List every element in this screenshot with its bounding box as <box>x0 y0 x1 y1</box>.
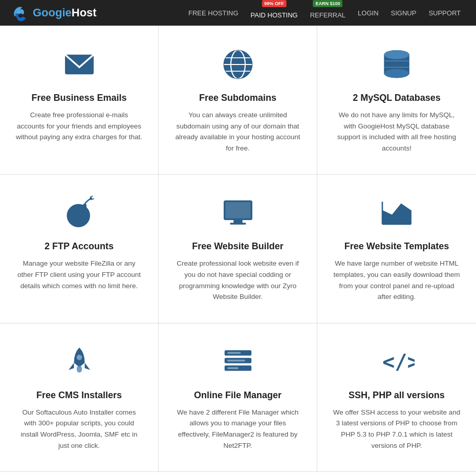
logo[interactable]: GoogieHost <box>10 4 97 22</box>
monitor-icon <box>220 195 256 231</box>
svg-point-35 <box>76 365 82 373</box>
feature-business-emails: Free Business Emails Create free profess… <box>0 26 159 175</box>
feature-title: Free Website Builder <box>192 241 284 252</box>
svg-rect-41 <box>227 367 239 369</box>
feature-title: SSH, PHP all versions <box>349 390 445 401</box>
svg-point-19 <box>384 50 409 59</box>
nav-paid-hosting[interactable]: PAID HOSTING <box>246 8 303 22</box>
feature-title: 2 FTP Accounts <box>45 241 114 252</box>
nav-links: FREE HOSTING 99% OFF PAID HOSTING EARN $… <box>183 4 466 22</box>
nav-free-hosting[interactable]: FREE HOSTING <box>183 6 244 20</box>
feature-desc: We have 2 different File Manager which a… <box>174 407 301 451</box>
email-icon <box>61 47 97 82</box>
feature-title: Free Website Templates <box>344 241 449 252</box>
feature-title: 2 MySQL Databases <box>353 93 441 103</box>
nav-support[interactable]: SUPPORT <box>423 6 466 20</box>
svg-rect-39 <box>227 352 241 354</box>
svg-rect-40 <box>227 359 245 361</box>
feature-title: Free Subdomains <box>199 93 276 103</box>
feature-website-builder: Free Website Builder Create professional… <box>159 175 317 323</box>
files-icon <box>220 344 256 380</box>
svg-point-22 <box>384 69 409 78</box>
svg-line-24 <box>90 196 93 198</box>
feature-cms: Free CMS Installers Our Softaculous Auto… <box>0 323 159 472</box>
feature-desc: Manage your website FileZilla or any oth… <box>15 258 143 291</box>
svg-point-26 <box>67 204 90 228</box>
nav-referral[interactable]: REFERRAL <box>305 8 351 22</box>
svg-rect-27 <box>83 204 86 208</box>
feature-file-manager: Online File Manager We have 2 different … <box>159 323 317 472</box>
feature-desc: Create professional look website even if… <box>174 258 301 302</box>
code-icon: </> <box>379 344 415 380</box>
feature-desc: You can always create unlimited subdomai… <box>174 110 301 154</box>
nav-paid-hosting-wrap: 99% OFF PAID HOSTING <box>246 4 303 22</box>
svg-point-34 <box>76 355 82 360</box>
feature-mysql: 2 MySQL Databases We do not have any lim… <box>317 26 476 175</box>
svg-rect-29 <box>225 202 250 219</box>
svg-rect-31 <box>230 223 246 225</box>
rocket-icon <box>61 344 97 380</box>
nav-login[interactable]: LOGIN <box>353 6 383 20</box>
feature-desc: We do not have any limits for MySQL, wit… <box>333 110 461 154</box>
svg-text:</>: </> <box>382 350 415 374</box>
database-icon <box>379 47 415 82</box>
nav-signup[interactable]: SIGNUP <box>386 6 422 20</box>
feature-desc: We offer SSH access to your website and … <box>333 407 461 451</box>
feature-ftp: 2 FTP Accounts Manage your website FileZ… <box>0 175 159 323</box>
feature-desc: We have large number of website HTML tem… <box>333 258 461 302</box>
feature-desc: Create free professional e-mails account… <box>15 110 143 143</box>
logo-icon <box>10 4 29 22</box>
logo-text: GoogieHost <box>33 6 97 19</box>
feature-desc: Our Softaculous Auto Installer comes wit… <box>15 407 143 451</box>
navbar: GoogieHost FREE HOSTING 99% OFF PAID HOS… <box>0 0 476 26</box>
features-grid: Free Business Emails Create free profess… <box>0 26 476 472</box>
paid-hosting-badge: 99% OFF <box>262 0 287 7</box>
feature-subdomains: Free Subdomains You can always create un… <box>159 26 317 175</box>
feature-title: Free Business Emails <box>31 93 126 103</box>
feature-ssh-php: </> SSH, PHP all versions We offer SSH a… <box>317 323 476 472</box>
chart-icon <box>379 195 415 231</box>
feature-title: Free CMS Installers <box>36 390 122 401</box>
globe-icon <box>220 47 256 82</box>
bomb-icon <box>61 195 97 231</box>
nav-referral-wrap: EARN $100 REFERRAL <box>305 4 351 22</box>
feature-templates: Free Website Templates We have large num… <box>317 175 476 323</box>
feature-title: Online File Manager <box>194 390 282 401</box>
referral-badge: EARN $100 <box>313 0 342 7</box>
